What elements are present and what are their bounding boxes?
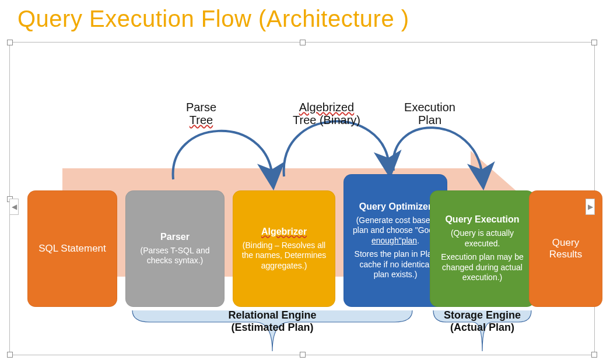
- box-label: SQL Statement: [36, 243, 109, 255]
- selection-handle[interactable]: [7, 40, 13, 45]
- diagram-frame: ◀ ▶ Parse Tree Algebrized Tree (Bina: [9, 42, 595, 355]
- box-sql-statement: SQL Statement: [27, 190, 117, 307]
- brace-label-relational: Relational Engine (Estimated Plan): [208, 309, 336, 333]
- box-text: (Binding – Resolves all the names, Deter…: [241, 241, 327, 271]
- box-heading: Algebrizer: [241, 227, 327, 237]
- box-label: Query Results: [537, 237, 594, 260]
- box-text: Stores the plan in Plan cache if no iden…: [352, 249, 439, 280]
- selection-handle[interactable]: [300, 40, 306, 45]
- box-text: Execution plan may be changed during act…: [438, 252, 527, 283]
- arc-label-parse-tree: Parse Tree: [175, 101, 227, 126]
- arc-label-algebrized-tree: Algebrized Tree (Binary): [283, 101, 370, 126]
- box-heading: Query Optimizer: [352, 202, 439, 212]
- selection-handle[interactable]: [591, 40, 597, 45]
- selection-handle[interactable]: [7, 352, 13, 358]
- box-text: (Generate cost based plan and choose "Go…: [352, 215, 439, 246]
- brace-label-storage: Storage Engine (Actual Plan): [418, 309, 546, 333]
- box-parser: Parser (Parses T-SQL and checks syntax.): [125, 190, 225, 307]
- box-text: (Parses T-SQL and checks syntax.): [134, 246, 216, 266]
- selection-handle[interactable]: [591, 352, 597, 358]
- box-heading: Parser: [134, 232, 216, 242]
- arc-label-execution-plan: Execution Plan: [395, 101, 465, 126]
- prev-tab-icon[interactable]: ◀: [9, 199, 19, 215]
- page-title: Query Execution Flow (Architecture ): [17, 6, 409, 32]
- box-algebrizer: Algebrizer (Binding – Resolves all the n…: [233, 190, 335, 307]
- next-tab-icon[interactable]: ▶: [586, 199, 595, 215]
- box-query-execution: Query Execution (Query is actually execu…: [430, 190, 535, 307]
- box-text: (Query is actually executed.: [438, 228, 527, 249]
- box-heading: Query Execution: [438, 214, 527, 225]
